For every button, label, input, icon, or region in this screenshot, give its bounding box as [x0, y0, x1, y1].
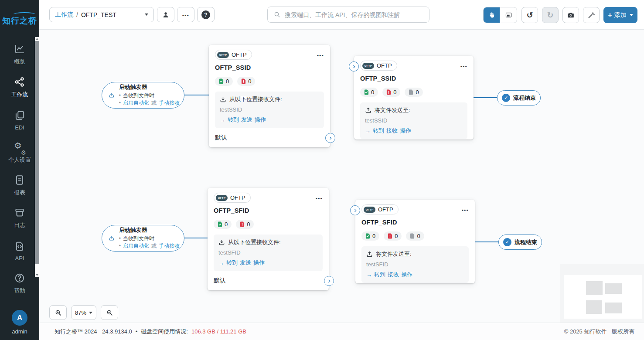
scroll-down-arrow-icon[interactable] — [36, 274, 38, 276]
goto-link[interactable]: 转到 — [226, 259, 238, 267]
input-port-button[interactable] — [350, 205, 360, 215]
search-bar[interactable] — [267, 7, 429, 23]
receive-link[interactable]: 接收 — [386, 127, 398, 135]
route-info-panel: 将文件发送至: testSFID → 转到 接收 操作 — [361, 246, 469, 283]
manual-receive-link[interactable]: 手动接收 — [159, 99, 180, 107]
error-count-badge[interactable]: 0 — [236, 220, 254, 229]
zoom-level-dropdown[interactable]: 87% — [71, 305, 96, 320]
route-endpoint: testSSID — [365, 117, 463, 124]
goto-link[interactable]: 转到 — [374, 271, 385, 279]
actions-link[interactable]: 操作 — [400, 127, 411, 135]
actions-link[interactable]: 操作 — [253, 259, 265, 267]
pending-count-badge[interactable]: 0 — [406, 231, 424, 241]
file-success-icon — [365, 233, 370, 239]
goto-link[interactable]: 转到 — [373, 127, 384, 135]
user-profile-button[interactable] — [157, 7, 174, 22]
sidebar-item-workflows[interactable]: 工作流 — [0, 71, 39, 104]
send-link[interactable]: 发送 — [240, 259, 251, 267]
sidebar-item-api[interactable]: API — [0, 235, 39, 267]
actions-link[interactable]: 操作 — [401, 271, 412, 279]
sidebar-item-help[interactable]: 帮助 — [0, 267, 39, 300]
sidebar-item-label: 报表 — [14, 189, 25, 197]
zoom-out-button[interactable] — [101, 305, 118, 320]
chevron-right-icon — [353, 208, 358, 213]
sidebar-item-overview[interactable]: 概览 — [0, 38, 39, 71]
route-endpoint: testSSID — [220, 106, 319, 113]
send-link[interactable]: 发送 — [241, 116, 252, 124]
help-icon — [201, 10, 210, 19]
error-count-badge[interactable]: 0 — [237, 77, 255, 86]
start-trigger-node[interactable]: 启动触发器 •当收到文件时 •启用自动化或手动接收 — [102, 82, 184, 109]
enable-automation-link[interactable]: 启用自动化 — [123, 242, 149, 250]
sidebar-item-settings[interactable]: 个人设置 — [0, 136, 39, 169]
pan-mode-button[interactable] — [484, 7, 500, 23]
sidebar-item-reports[interactable]: 报表 — [0, 169, 39, 202]
zoom-out-icon — [106, 309, 113, 316]
card-menu-button[interactable] — [317, 51, 324, 59]
oftp-logo-icon: OFTP — [216, 195, 228, 201]
flow-end-node[interactable]: 流程结束 — [498, 235, 542, 250]
search-input[interactable] — [285, 11, 423, 18]
port-card-oftp-ssid-receive[interactable]: OFTP OFTP OFTP_SSID 0 0 — [209, 45, 330, 147]
goto-link[interactable]: 转到 — [228, 116, 239, 124]
port-card-oftp-sfid-receive[interactable]: OFTP OFTP OFTP_SFID 0 0 — [208, 188, 329, 290]
card-footer: 默认 — [208, 271, 329, 290]
chevron-down-icon — [89, 312, 92, 314]
error-count-badge[interactable]: 0 — [384, 231, 402, 241]
select-mode-button[interactable] — [500, 7, 517, 23]
snapshot-button[interactable] — [562, 7, 579, 23]
pending-count-badge[interactable]: 0 — [405, 88, 423, 97]
logo-text: 知行之桥 — [2, 15, 37, 27]
input-port-button[interactable] — [349, 61, 359, 71]
card-menu-button[interactable] — [460, 62, 467, 70]
start-trigger-node[interactable]: 启动触发器 •当收到文件时 •启用自动化或手动接收 — [102, 225, 184, 252]
vertical-scrollbar[interactable] — [35, 37, 40, 277]
chevron-right-icon — [327, 279, 332, 284]
disk-usage-value: 106.3 GB / 111.21 GB — [191, 328, 246, 335]
trigger-text: 启动触发器 •当收到文件时 •启用自动化或手动接收 — [119, 226, 180, 250]
card-menu-button[interactable] — [316, 194, 323, 202]
breadcrumb-root-link[interactable]: 工作流 — [55, 11, 73, 19]
route-heading: 将文件发送至: — [375, 106, 410, 114]
undo-button[interactable] — [521, 7, 538, 23]
sidebar-item-label: 工作流 — [11, 91, 28, 99]
port-card-oftp-sfid-send[interactable]: OFTP OFTP OFTP_SFID 0 0 — [355, 200, 475, 283]
workflow-breadcrumb-select[interactable]: 工作流 / OFTP_TEST — [49, 7, 154, 22]
success-count-badge[interactable]: 0 — [360, 88, 378, 97]
zoom-in-button[interactable] — [49, 305, 67, 320]
breadcrumb-current: OFTP_TEST — [81, 11, 116, 18]
download-tray-icon — [109, 90, 115, 100]
minimap-viewport[interactable] — [564, 275, 642, 319]
sidebar-item-edi[interactable]: EDI — [0, 104, 39, 136]
sidebar-item-logs[interactable]: 日志 — [0, 202, 39, 235]
scrollbar-thumb[interactable] — [35, 41, 39, 264]
more-options-button[interactable] — [177, 7, 194, 22]
minimap[interactable] — [560, 264, 644, 323]
scroll-up-arrow-icon[interactable] — [36, 38, 38, 40]
output-port-button[interactable] — [325, 133, 335, 143]
auto-arrange-button[interactable] — [583, 7, 600, 23]
add-button[interactable]: 添加 — [603, 7, 637, 23]
sidebar-user-menu[interactable]: A admin — [12, 310, 27, 335]
output-port-button[interactable] — [324, 276, 334, 286]
help-button[interactable] — [197, 7, 215, 22]
redo-button[interactable] — [542, 7, 559, 23]
route-heading: 从以下位置接收文件: — [229, 95, 282, 103]
workflow-canvas[interactable]: 启动触发器 •当收到文件时 •启用自动化或手动接收 OFTP OFTP OFTP… — [39, 30, 644, 323]
success-count-badge[interactable]: 0 — [361, 231, 379, 241]
route-info-panel: 从以下位置接收文件: testSSID → 转到 发送 操作 — [215, 92, 324, 128]
error-count-badge[interactable]: 0 — [382, 88, 400, 97]
success-count-badge[interactable]: 0 — [214, 220, 232, 229]
port-card-oftp-ssid-send[interactable]: OFTP OFTP OFTP_SSID 0 0 — [354, 56, 474, 139]
app-logo[interactable]: 知行之桥 — [0, 0, 39, 38]
manual-receive-link[interactable]: 手动接收 — [159, 242, 180, 250]
connector-line — [184, 238, 208, 238]
enable-automation-link[interactable]: 启用自动化 — [123, 99, 149, 107]
card-menu-button[interactable] — [462, 206, 469, 214]
avatar: A — [12, 310, 27, 326]
flow-end-node[interactable]: 流程结束 — [497, 90, 541, 105]
actions-link[interactable]: 操作 — [255, 116, 266, 124]
receive-link[interactable]: 接收 — [388, 271, 399, 279]
success-count-badge[interactable]: 0 — [215, 77, 233, 86]
search-icon — [273, 11, 281, 18]
